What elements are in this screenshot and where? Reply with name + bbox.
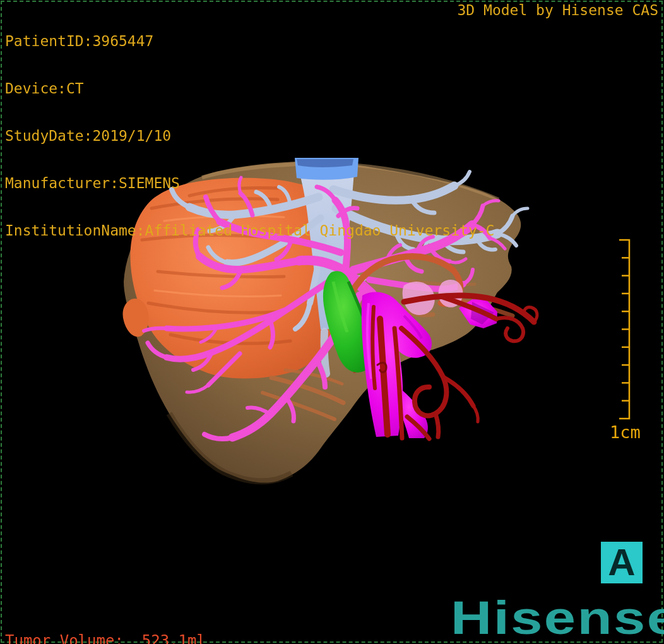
institution-name: InstitutionName:Affiliated Hospital Qing… (5, 223, 494, 239)
orientation-badge: A (601, 542, 643, 583)
page-title: 3D Model by Hisense CAS (458, 3, 659, 18)
patient-id: PatientID:3965447 (5, 33, 494, 49)
scale-ruler-label: 1cm (610, 422, 641, 442)
cas-3d-viewer-window: PatientID:3965447 Device:CT StudyDate:20… (0, 0, 664, 644)
patient-metadata: PatientID:3965447 Device:CT StudyDate:20… (5, 2, 494, 270)
hisense-logo: Hisense (451, 591, 664, 644)
device: Device:CT (5, 81, 494, 97)
manufacturer: Manufacturer:SIEMENS (5, 176, 494, 191)
tumor-volume-text: Tumor Volume: 523.1ml (5, 633, 206, 644)
scale-ruler: 1cm (600, 232, 644, 447)
volume-readouts: Tumor Volume: 523.1ml Liver Volume: 1973… (5, 602, 206, 644)
study-date: StudyDate:2019/1/10 (5, 128, 494, 144)
